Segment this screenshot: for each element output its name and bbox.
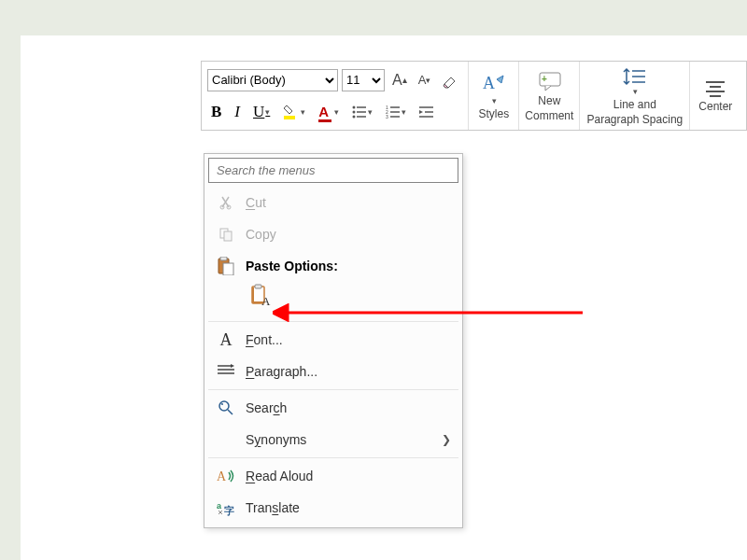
svg-text:字: 字 [224,505,234,516]
font-icon: A [216,330,236,349]
bullets-icon [352,105,367,119]
translate-label: Translate [246,500,451,515]
svg-point-1 [353,105,356,108]
menu-item-copy: Copy [208,218,458,250]
indent-button[interactable] [416,104,438,120]
clipboard-icon [216,257,236,275]
svg-point-5 [353,115,356,118]
menu-item-search[interactable]: Search [208,389,458,424]
new-comment-group[interactable]: + New Comment [519,62,580,130]
svg-rect-0 [284,116,295,119]
menu-item-cut: Cut [208,187,458,218]
new-comment-label-1: New [538,94,560,107]
center-align-icon [704,79,726,98]
bold-button[interactable]: B [207,101,225,123]
paragraph-icon [216,362,236,381]
styles-label: Styles [479,107,510,120]
chevron-right-icon: ❯ [442,433,451,446]
menu-search-input[interactable] [208,158,458,183]
svg-text:+: + [542,74,547,84]
svg-rect-29 [224,231,232,241]
new-comment-label-2: Comment [525,109,573,122]
svg-rect-34 [255,285,261,288]
spacing-group[interactable]: ▾ Line and Paragraph Spacing [580,62,690,130]
menu-item-paste-options: Paste Options: [208,250,458,277]
font-row-2: B I U▾ ▾ A ▾ ▾ 123▾ [207,98,438,126]
menu-item-synonyms[interactable]: Synonyms ❯ [208,424,458,455]
numbering-button[interactable]: 123▾ [382,104,410,120]
numbering-icon: 123 [386,105,401,119]
menu-item-read-aloud[interactable]: A Read Aloud [208,457,458,492]
context-menu: Cut Copy Paste Options: A A Font... [204,153,463,528]
center-group[interactable]: Center [690,62,740,130]
font-size-combo[interactable]: 11 [342,69,385,91]
spacing-label-1: Line and [613,98,656,111]
bullets-button[interactable]: ▾ [348,104,376,120]
grow-font-button[interactable]: A▴ [388,70,411,91]
font-group: Calibri (Body) 11 A▴ A▾ B I U▾ ▾ A ▾ [202,62,469,130]
shrink-font-button[interactable]: A▾ [415,71,435,89]
svg-line-40 [228,410,233,414]
font-color-button[interactable]: A ▾ [315,102,343,122]
copy-icon [216,225,236,244]
cut-label: Cut [246,195,451,210]
svg-text:A: A [483,74,495,92]
svg-text:A: A [261,294,271,308]
svg-text:a: a [217,501,222,511]
svg-text:A: A [217,469,227,483]
ribbon-toolbar: Calibri (Body) 11 A▴ A▾ B I U▾ ▾ A ▾ [201,61,747,131]
synonyms-icon [216,430,236,449]
clear-formatting-button[interactable] [438,70,462,91]
center-label: Center [698,100,732,113]
spacing-label-2: Paragraph Spacing [586,113,683,126]
italic-button[interactable]: I [231,101,244,123]
svg-rect-31 [220,257,227,260]
line-spacing-icon [623,66,647,87]
menu-item-paragraph[interactable]: Paragraph... [208,356,458,387]
svg-rect-32 [223,263,233,275]
underline-button[interactable]: U▾ [249,101,274,123]
synonyms-label: Synonyms [246,432,432,447]
styles-group[interactable]: A ▾ Styles [469,62,519,130]
search-icon [216,399,236,417]
font-label: Font... [246,332,451,347]
indent-icon [419,105,434,119]
menu-item-font[interactable]: A Font... [208,324,458,356]
font-name-combo[interactable]: Calibri (Body) [207,69,338,91]
comment-icon: + [536,70,562,92]
copy-label: Copy [246,227,451,242]
search-label: Search [246,400,451,415]
read-aloud-label: Read Aloud [246,469,451,483]
svg-point-41 [221,403,223,405]
translate-icon: a字 [216,498,236,517]
paste-text-only-button[interactable]: A [249,283,275,309]
menu-item-translate[interactable]: a字 Translate [208,492,458,524]
highlight-button[interactable]: ▾ [279,102,309,122]
styles-icon: A [481,72,507,96]
cut-icon [216,193,236,212]
font-row-1: Calibri (Body) 11 A▴ A▾ [207,66,462,94]
svg-marker-46 [273,305,288,320]
svg-point-3 [353,110,356,113]
paragraph-label: Paragraph... [246,364,451,379]
paste-options-label: Paste Options: [246,259,451,273]
read-aloud-icon: A [216,467,236,485]
annotation-arrow [273,303,586,322]
svg-point-39 [219,401,229,411]
svg-text:3: 3 [386,114,388,119]
paste-text-only-icon: A [251,284,274,308]
eraser-icon [442,72,458,89]
highlight-icon [283,104,300,120]
